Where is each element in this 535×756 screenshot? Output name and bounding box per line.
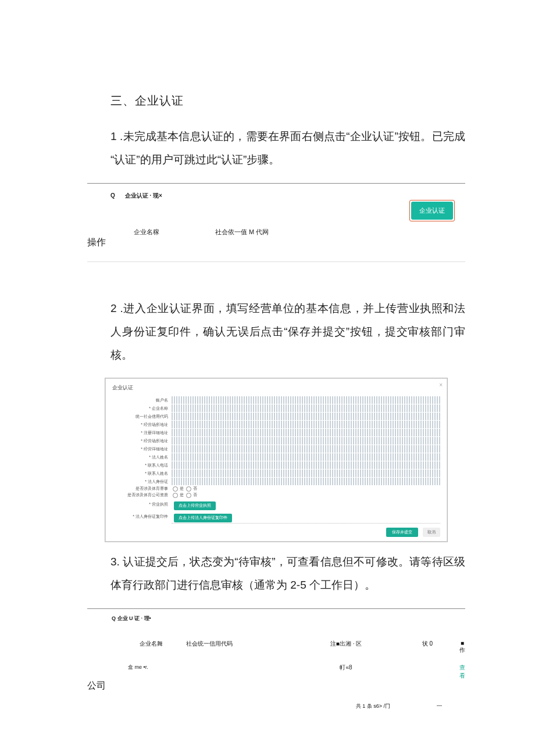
screenshot-list-pending: Q 企业 U 证 · 理• 企业名舞 社会统一信用代码 注■出湘 · 区 状 0… bbox=[87, 608, 465, 715]
breadcrumb-tab: 企业认证 · 现× bbox=[125, 192, 162, 199]
input-company[interactable] bbox=[172, 404, 440, 412]
screenshot-auth-form: × 企业认证 账户名 * 企业名称 统一社会信用代码 * 经营场所地址 * 注册… bbox=[105, 378, 448, 542]
col-status: 状 0 bbox=[395, 640, 459, 654]
paragraph-1: 1 .未完成基本信息认证的，需要在界面右侧点击“企业认证”按钮。已完成“认证”的… bbox=[110, 125, 465, 171]
input-account[interactable] bbox=[172, 396, 440, 404]
radio-no-1[interactable] bbox=[186, 486, 191, 492]
section-heading: 三、企业认证 bbox=[110, 93, 465, 109]
label-contact: * 联系人姓名 bbox=[109, 471, 172, 476]
col-company-name: 企业名稼 bbox=[134, 228, 215, 237]
radio-yes-2[interactable] bbox=[173, 493, 178, 498]
upload-idcopy-button[interactable]: 点击上传法人身份证复印件 bbox=[174, 514, 232, 522]
paragraph-2: 2 .进入企业认证界面，填写经营单位的基本信息，并上传营业执照和法人身份证复印件… bbox=[110, 297, 465, 367]
col-credit-code-2: 社会统一信用代码 bbox=[186, 640, 297, 654]
radio-group-2[interactable]: 是 否 bbox=[172, 492, 444, 498]
label-radio-qualification: 是否涉及体育公司资质 bbox=[109, 492, 172, 498]
label-uscc: 统一社会信用代码 bbox=[109, 414, 172, 420]
input-bizaddr[interactable] bbox=[172, 421, 440, 428]
upload-license-button[interactable]: 点击上传营业执照 bbox=[174, 501, 216, 510]
col-operation-2: ■作 bbox=[459, 640, 465, 654]
label-idcard: * 法人身份证 bbox=[109, 479, 172, 485]
cancel-button[interactable]: 取消 bbox=[423, 528, 440, 537]
cell-company: 盒 me •r. bbox=[87, 664, 186, 671]
label-bizaddr: * 经营场所地址 bbox=[109, 422, 172, 428]
view-link[interactable]: 查看 bbox=[459, 664, 465, 680]
label-account: 账户名 bbox=[109, 397, 172, 403]
radio-group-1[interactable]: 是 否 bbox=[172, 486, 444, 492]
cell-status-pending: 帄«8 bbox=[297, 664, 395, 672]
col-company-name-2: 企业名舞 bbox=[87, 640, 186, 654]
radio-yes-1[interactable] bbox=[173, 486, 178, 492]
label-company: * 企业名称 bbox=[109, 406, 172, 411]
label-upload-license: * 营业执照 bbox=[109, 501, 172, 507]
label-regaddr: * 注册详细地址 bbox=[109, 430, 172, 436]
label-radio-sport-event: 是否涉及体育赛事 bbox=[109, 486, 172, 492]
pager-nav[interactable]: — bbox=[437, 703, 442, 710]
search-icon: Q bbox=[110, 192, 115, 199]
label-phone: * 联系人电话 bbox=[109, 463, 172, 468]
form-title: 企业认证 bbox=[112, 384, 443, 392]
paragraph-3: 3. 认证提交后，状态变为“待审核”，可查看信息但不可修改。请等待区级体育行政部… bbox=[110, 550, 465, 597]
input-contact[interactable] bbox=[172, 470, 440, 477]
col-credit-code: 社会依一值 M 代网 bbox=[215, 228, 366, 237]
input-regaddr[interactable] bbox=[172, 429, 440, 436]
col-operation: 操作 bbox=[87, 237, 106, 247]
pager-total: 共 1 条 s6> /冂 bbox=[356, 703, 390, 710]
label-legal: * 法人姓名 bbox=[109, 454, 172, 460]
label-bizdetail: * 经营详细地址 bbox=[109, 446, 172, 452]
enterprise-auth-button[interactable]: 企业认证 bbox=[411, 202, 453, 220]
input-bizdetail[interactable] bbox=[172, 445, 440, 453]
table-row: 盒 me •r. 帄«8 查看 bbox=[87, 664, 465, 680]
close-icon[interactable]: × bbox=[439, 382, 443, 388]
input-uscc[interactable] bbox=[172, 413, 440, 420]
input-idcard[interactable] bbox=[172, 478, 440, 485]
label-bizaddr2: * 经营场所地址 bbox=[109, 438, 172, 444]
input-phone[interactable] bbox=[172, 461, 440, 469]
col-region: 注■出湘 · 区 bbox=[297, 640, 395, 654]
label-upload-idcopy: * 法人身份证复印件 bbox=[109, 514, 172, 519]
enterprise-auth-button-highlight: 企业认证 bbox=[409, 200, 455, 221]
radio-no-2[interactable] bbox=[186, 493, 191, 498]
cell-company-sub: 公司 bbox=[87, 680, 465, 692]
screenshot-list-before-auth: Q 企业认证 · 现× 企业认证 企业名稼 社会依一值 M 代网 操作 bbox=[87, 184, 465, 262]
breadcrumb-tab-2: Q 企业 U 证 · 理• bbox=[112, 615, 465, 622]
save-submit-button[interactable]: 保存并提交 bbox=[386, 528, 418, 537]
input-legal[interactable] bbox=[172, 453, 440, 461]
input-bizaddr2[interactable] bbox=[172, 437, 440, 445]
